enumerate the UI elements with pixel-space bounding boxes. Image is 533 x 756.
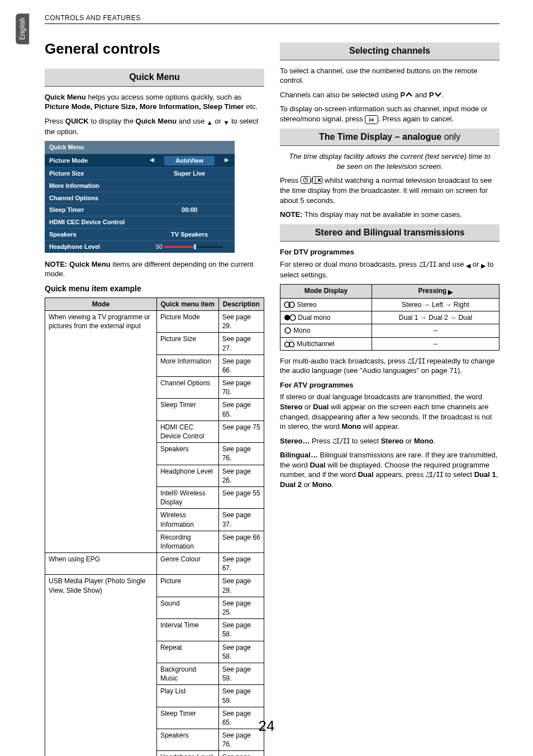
t: .: [331, 480, 334, 489]
svg-point-5: [284, 315, 290, 320]
atv-stereo-line: Stereo… Press ♫I/II to select Stereo or …: [280, 436, 499, 446]
cell-mode-display: Dual mono: [280, 311, 372, 324]
t: Dual 2: [280, 480, 302, 489]
teletext-cancel-icon: [312, 176, 322, 184]
cell-pressing: –: [372, 337, 499, 350]
t: to select: [443, 470, 474, 479]
osd-row-value: 50: [149, 243, 230, 251]
t: Mono: [414, 437, 434, 445]
dualmono-icon: [284, 314, 296, 321]
t: Press: [280, 176, 301, 185]
audio-mode-icon: ♫I/II: [332, 437, 350, 445]
t: Quick Menu: [45, 93, 86, 101]
osd-row-label: Picture Size: [49, 169, 149, 178]
page-title: General controls: [45, 39, 264, 59]
osd-row-label: HDMI CEC Device Control: [49, 218, 149, 226]
arrow-left-icon: ◀: [466, 262, 470, 270]
cell-desc: See page 26.: [218, 751, 264, 756]
th-mode-display: Mode Display: [280, 285, 372, 299]
arrow-up-icon: ▲: [207, 119, 213, 127]
page-number: 24: [0, 716, 533, 736]
multi-icon: [284, 339, 295, 347]
osd-row: More Information: [45, 179, 235, 192]
audio-mode-icon: ♫I/II: [419, 261, 436, 268]
language-tab: English: [16, 13, 29, 44]
cell-desc: See page 26.: [218, 465, 264, 486]
t: .: [442, 91, 444, 99]
cell-item: Headphone Level: [156, 751, 218, 756]
section-time-display: The Time Display – analogue only: [280, 129, 499, 147]
cell-desc: See page 55: [218, 486, 264, 508]
cell-desc: See page 66: [218, 531, 264, 552]
cell-desc: See page 59.: [218, 685, 264, 707]
table-row: When using EPGGenre ColourSee page 67.: [45, 553, 264, 575]
dtv-p2: For multi-audio track broadcasts, press …: [280, 356, 499, 376]
t: and use: [177, 117, 207, 125]
t: or: [302, 403, 313, 411]
cell-item: Picture: [156, 575, 218, 597]
mode-display-table: Mode Display Pressing ▶ StereoStereo → L…: [280, 284, 499, 351]
t: Mono: [342, 422, 361, 431]
mono-icon: [284, 327, 292, 334]
cell-item: Recording Information: [156, 531, 218, 552]
cell-item: Play List: [156, 685, 218, 707]
cell-item: Intel® Wireless Display: [156, 486, 218, 508]
sel-p3: To display on-screen information such as…: [280, 104, 499, 124]
t: If stereo or dual language broadcasts ar…: [280, 393, 482, 401]
t: analogue: [402, 132, 441, 141]
cell-pressing: Dual 1 → Dual 2 → Dual: [372, 311, 499, 324]
audio-mode-icon: ♫I/II: [407, 357, 425, 365]
right-column: Selecting channels To select a channel, …: [280, 39, 499, 706]
cell-desc: See page 67.: [218, 553, 264, 575]
cell-desc: See page 58.: [218, 641, 264, 663]
t: Channels can also be selected using: [280, 91, 400, 99]
osd-title: Quick Menu: [45, 141, 235, 154]
osd-row-label: More Information: [49, 182, 149, 190]
t: Picture Mode, Picture Size, More Informa…: [45, 102, 244, 111]
cell-desc: See page 58.: [218, 619, 264, 641]
t: The Time Display –: [319, 132, 402, 141]
atv-bilingual-line: Bilingual… Bilingual transmissions are r…: [280, 450, 499, 489]
section-stereo-bilingual: Stereo and Bilingual transmissions: [280, 224, 499, 242]
cell-item: Headphone Level: [156, 465, 218, 486]
cell-mode: When using EPG: [45, 553, 157, 575]
osd-row: Picture Mode◀AutoView▶: [45, 154, 235, 167]
cell-item: Sleep Timer: [156, 399, 218, 420]
svg-point-11: [289, 339, 290, 341]
page-content: General controls Quick Menu Quick Menu h…: [45, 39, 499, 706]
cell-desc: See page 37.: [218, 509, 264, 531]
t: For stereo or dual mono broadcasts, pres…: [280, 260, 419, 268]
t: or: [403, 437, 414, 445]
stereo-icon: [284, 301, 295, 308]
t: only: [441, 132, 460, 141]
sel-p1: To select a channel, use the numbered bu…: [280, 66, 499, 86]
t: Mono: [312, 480, 332, 489]
cell-desc: See page 65.: [218, 399, 264, 420]
time-italic: The time display facility allows the cur…: [280, 152, 499, 171]
table-row: When viewing a TV programme or pictures …: [45, 310, 264, 332]
t: Stereo…: [280, 437, 310, 445]
osd-row-value: TV Speakers: [149, 230, 230, 239]
t: Bilingual…: [280, 451, 318, 459]
cell-item: Interval Time: [156, 619, 218, 641]
t: Press: [310, 437, 332, 445]
th-desc: Description: [218, 297, 264, 310]
cell-item: Sound: [156, 597, 218, 618]
osd-row-value: 00:00: [149, 206, 230, 214]
cell-mode-display: Multichannel: [280, 337, 372, 350]
sel-p2: Channels can also be selected using P an…: [280, 90, 499, 100]
quick-menu-osd: Quick Menu Picture Mode◀AutoView▶Picture…: [45, 141, 235, 253]
arrow-right-icon: ▶: [448, 288, 453, 296]
t: Stereo: [381, 437, 403, 445]
t: QUICK: [65, 117, 89, 125]
cell-desc: See page 29.: [218, 310, 264, 332]
cell-item: Genre Colour: [156, 553, 218, 575]
cell-desc: See page 70.: [218, 377, 264, 399]
osd-row-label: Channel Options: [49, 194, 149, 202]
t: will appear.: [361, 422, 399, 431]
t: or: [302, 480, 312, 489]
t: or: [213, 117, 223, 125]
osd-row-value: Super Live: [149, 169, 230, 178]
cell-mode: When viewing a TV programme or pictures …: [45, 310, 157, 552]
cell-item: Picture Size: [156, 333, 218, 355]
